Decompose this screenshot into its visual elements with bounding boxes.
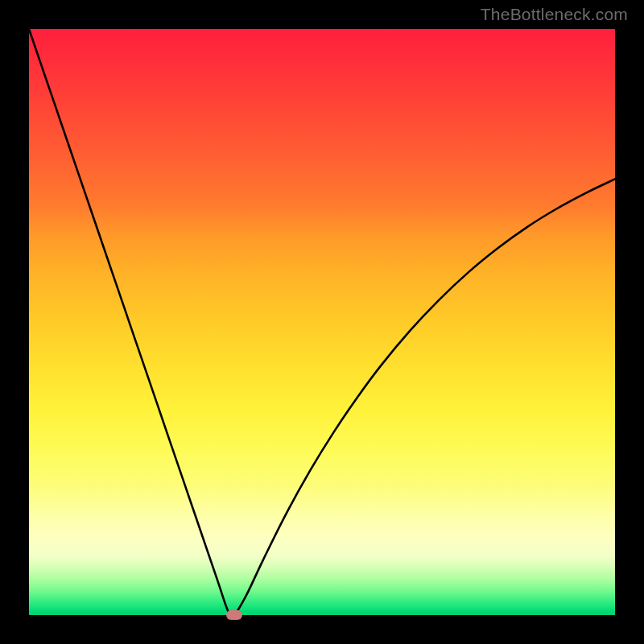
watermark-text: TheBottleneck.com [481,5,628,24]
bottleneck-curve [29,29,615,615]
chart-frame: TheBottleneck.com [0,0,644,644]
minimum-marker [226,610,242,620]
plot-area [29,29,615,615]
